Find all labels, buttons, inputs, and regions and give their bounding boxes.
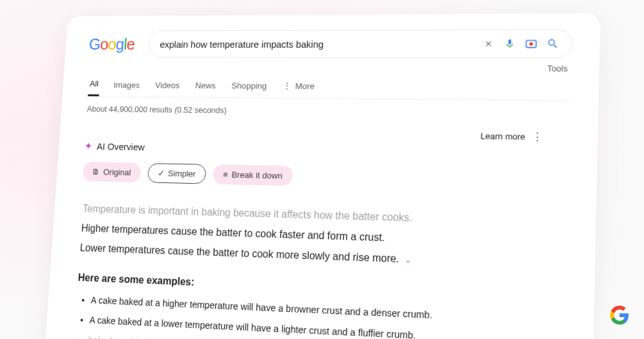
svg-point-2 (533, 41, 535, 43)
google-g-logo (609, 305, 630, 330)
search-icon[interactable] (546, 37, 560, 50)
tabs-bar: All Images Videos News Shopping ⋮ More (86, 73, 572, 101)
mic-icon[interactable] (503, 37, 516, 50)
svg-point-1 (529, 42, 533, 45)
google-logo[interactable]: Google (88, 35, 135, 54)
chevron-down-icon[interactable]: ⌄ (404, 255, 412, 265)
list-icon: ≡ (223, 170, 228, 179)
tab-news[interactable]: News (193, 74, 217, 96)
document-icon: 🗎 (92, 167, 100, 177)
sparkle-icon: ✦ (84, 140, 93, 152)
tab-all[interactable]: All (88, 73, 100, 96)
search-input[interactable] (160, 38, 474, 49)
camera-icon[interactable] (524, 37, 538, 50)
learn-more-link[interactable]: Learn more (480, 131, 526, 141)
close-icon[interactable] (482, 37, 495, 50)
ai-overview-title: AI Overview (97, 141, 145, 153)
chip-original[interactable]: 🗎 Original (82, 162, 141, 182)
tools-row: Tools (87, 61, 572, 73)
tab-videos[interactable]: Videos (153, 74, 182, 96)
more-vert-icon[interactable]: ⋮ (532, 130, 543, 143)
more-vert-icon: ⋮ (283, 81, 292, 91)
overview-line-3-text: Lower temperatures cause the batter to c… (80, 242, 399, 264)
tab-images[interactable]: Images (112, 74, 142, 96)
search-results-card: Google Tools All (43, 13, 600, 339)
chip-original-label: Original (103, 167, 131, 177)
tab-more[interactable]: ⋮ More (281, 74, 316, 97)
header-row: Google (88, 29, 573, 58)
examples-list: A cake baked at a higher temperature wil… (73, 292, 518, 339)
chip-simpler[interactable]: ✓ Simpler (147, 163, 207, 184)
chip-break-label: Break it down (231, 170, 283, 181)
checklist-icon: ✓ (158, 168, 165, 178)
chip-simpler-label: Simpler (167, 169, 196, 179)
search-bar[interactable] (147, 29, 573, 58)
tab-more-label: More (295, 81, 315, 91)
chip-break-it-down[interactable]: ≡ Break it down (213, 164, 292, 186)
tab-shopping[interactable]: Shopping (230, 74, 269, 97)
tools-link[interactable]: Tools (547, 63, 567, 73)
ai-overview-content: Temperature is important in baking becau… (67, 200, 568, 339)
